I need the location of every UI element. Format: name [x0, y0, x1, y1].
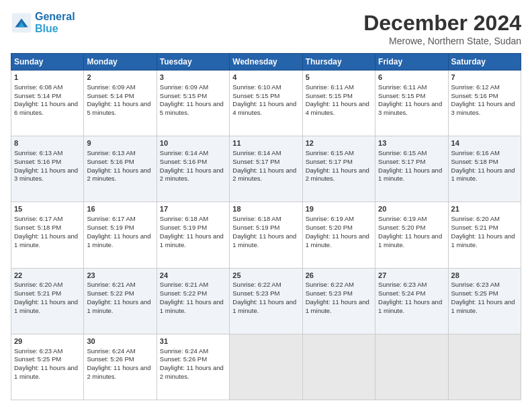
sunset-text: Sunset: 5:17 PM — [378, 158, 425, 165]
day-number: 19 — [306, 204, 372, 214]
sunset-text: Sunset: 5:16 PM — [87, 158, 134, 165]
sunrise-text: Sunrise: 6:23 AM — [378, 281, 427, 288]
calendar-cell: 3Sunrise: 6:09 AMSunset: 5:15 PMDaylight… — [157, 71, 229, 136]
daylight-text: Daylight: 11 hours and 1 minute. — [87, 232, 150, 248]
daylight-text: Daylight: 11 hours and 2 minutes. — [87, 364, 150, 380]
sunrise-text: Sunrise: 6:15 AM — [306, 149, 354, 156]
calendar-week-row: 8Sunrise: 6:13 AMSunset: 5:16 PMDaylight… — [11, 136, 521, 202]
sunrise-text: Sunrise: 6:18 AM — [160, 215, 208, 222]
sunset-text: Sunset: 5:23 PM — [232, 289, 279, 297]
calendar-cell: 5Sunrise: 6:11 AMSunset: 5:15 PMDaylight… — [302, 71, 375, 136]
daylight-text: Daylight: 11 hours and 1 minute. — [14, 232, 78, 248]
sunrise-text: Sunrise: 6:09 AM — [87, 83, 135, 91]
calendar-day-header: Sunday — [11, 54, 84, 71]
calendar-cell: 6Sunrise: 6:11 AMSunset: 5:15 PMDaylight… — [375, 71, 448, 136]
sunset-text: Sunset: 5:20 PM — [306, 224, 353, 231]
day-number: 18 — [232, 204, 299, 214]
daylight-text: Daylight: 11 hours and 2 minutes. — [160, 167, 224, 183]
sunrise-text: Sunrise: 6:23 AM — [451, 281, 500, 288]
sunrise-text: Sunrise: 6:17 AM — [14, 215, 62, 222]
day-number: 27 — [378, 271, 445, 281]
logo-text: General Blue — [35, 11, 75, 34]
calendar-cell: 11Sunrise: 6:14 AMSunset: 5:17 PMDayligh… — [230, 136, 302, 202]
sunset-text: Sunset: 5:17 PM — [232, 158, 279, 165]
sunset-text: Sunset: 5:15 PM — [378, 92, 425, 99]
sunrise-text: Sunrise: 6:14 AM — [160, 149, 208, 156]
daylight-text: Daylight: 11 hours and 1 minute. — [451, 167, 515, 183]
calendar-week-row: 1Sunrise: 6:08 AMSunset: 5:14 PMDaylight… — [11, 71, 521, 136]
calendar-day-header: Monday — [84, 54, 157, 71]
calendar-cell: 27Sunrise: 6:23 AMSunset: 5:24 PMDayligh… — [375, 268, 448, 334]
sunrise-text: Sunrise: 6:08 AM — [14, 83, 62, 91]
sunrise-text: Sunrise: 6:24 AM — [160, 347, 208, 355]
sunrise-text: Sunrise: 6:10 AM — [232, 83, 281, 91]
day-number: 11 — [232, 138, 299, 148]
day-number: 24 — [160, 271, 226, 281]
daylight-text: Daylight: 11 hours and 1 minute. — [232, 232, 296, 248]
sunset-text: Sunset: 5:16 PM — [451, 92, 498, 99]
sunset-text: Sunset: 5:15 PM — [306, 92, 353, 99]
calendar-cell: 14Sunrise: 6:16 AMSunset: 5:18 PMDayligh… — [448, 136, 521, 202]
calendar-day-header: Tuesday — [157, 54, 229, 71]
calendar-cell: 28Sunrise: 6:23 AMSunset: 5:25 PMDayligh… — [448, 268, 521, 334]
calendar-cell: 15Sunrise: 6:17 AMSunset: 5:18 PMDayligh… — [11, 202, 84, 268]
daylight-text: Daylight: 11 hours and 1 minute. — [306, 232, 369, 248]
calendar-day-header: Saturday — [448, 54, 521, 71]
daylight-text: Daylight: 11 hours and 1 minute. — [306, 298, 369, 314]
page: General Blue December 2024 Merowe, North… — [0, 0, 532, 411]
day-number: 5 — [306, 73, 372, 83]
sunrise-text: Sunrise: 6:20 AM — [451, 215, 500, 222]
calendar-cell: 13Sunrise: 6:15 AMSunset: 5:17 PMDayligh… — [375, 136, 448, 202]
daylight-text: Daylight: 11 hours and 1 minute. — [451, 232, 515, 248]
daylight-text: Daylight: 11 hours and 2 minutes. — [232, 167, 296, 183]
main-title: December 2024 — [363, 11, 521, 36]
daylight-text: Daylight: 11 hours and 5 minutes. — [87, 100, 150, 116]
logo: General Blue — [11, 11, 75, 34]
sunset-text: Sunset: 5:16 PM — [14, 158, 61, 165]
day-number: 4 — [232, 73, 299, 83]
calendar-cell: 12Sunrise: 6:15 AMSunset: 5:17 PMDayligh… — [302, 136, 375, 202]
logo-icon — [11, 12, 32, 34]
day-number: 22 — [14, 271, 81, 281]
sunrise-text: Sunrise: 6:21 AM — [87, 281, 135, 288]
calendar-cell — [375, 334, 448, 400]
day-number: 6 — [378, 73, 445, 83]
sunset-text: Sunset: 5:19 PM — [87, 224, 134, 231]
sunset-text: Sunset: 5:23 PM — [306, 289, 353, 297]
daylight-text: Daylight: 11 hours and 1 minute. — [378, 232, 442, 248]
sunrise-text: Sunrise: 6:16 AM — [451, 149, 500, 156]
sunrise-text: Sunrise: 6:12 AM — [451, 83, 500, 91]
daylight-text: Daylight: 11 hours and 3 minutes. — [378, 100, 442, 116]
header: General Blue December 2024 Merowe, North… — [11, 11, 521, 46]
calendar-cell: 21Sunrise: 6:20 AMSunset: 5:21 PMDayligh… — [448, 202, 521, 268]
sunrise-text: Sunrise: 6:13 AM — [87, 149, 135, 156]
calendar-cell: 8Sunrise: 6:13 AMSunset: 5:16 PMDaylight… — [11, 136, 84, 202]
sunset-text: Sunset: 5:15 PM — [232, 92, 279, 99]
day-number: 8 — [14, 138, 81, 148]
sunrise-text: Sunrise: 6:17 AM — [87, 215, 135, 222]
calendar-cell: 23Sunrise: 6:21 AMSunset: 5:22 PMDayligh… — [84, 268, 157, 334]
sunrise-text: Sunrise: 6:14 AM — [232, 149, 281, 156]
sunrise-text: Sunrise: 6:24 AM — [87, 347, 135, 355]
calendar-cell — [448, 334, 521, 400]
day-number: 16 — [87, 204, 153, 214]
calendar-day-header: Thursday — [302, 54, 375, 71]
day-number: 12 — [306, 138, 372, 148]
sunrise-text: Sunrise: 6:21 AM — [160, 281, 208, 288]
day-number: 29 — [14, 336, 81, 347]
calendar-table: SundayMondayTuesdayWednesdayThursdayFrid… — [11, 53, 521, 400]
daylight-text: Daylight: 11 hours and 3 minutes. — [451, 100, 515, 116]
calendar-cell — [302, 334, 375, 400]
daylight-text: Daylight: 11 hours and 1 minute. — [160, 298, 224, 314]
sunset-text: Sunset: 5:19 PM — [232, 224, 279, 231]
sunset-text: Sunset: 5:16 PM — [160, 158, 207, 165]
day-number: 28 — [451, 271, 518, 281]
sunset-text: Sunset: 5:26 PM — [87, 355, 134, 363]
calendar-cell: 29Sunrise: 6:23 AMSunset: 5:25 PMDayligh… — [11, 334, 84, 400]
daylight-text: Daylight: 11 hours and 1 minute. — [160, 232, 224, 248]
sunrise-text: Sunrise: 6:11 AM — [306, 83, 354, 91]
calendar-cell: 10Sunrise: 6:14 AMSunset: 5:16 PMDayligh… — [157, 136, 229, 202]
sunrise-text: Sunrise: 6:19 AM — [378, 215, 427, 222]
calendar-cell: 20Sunrise: 6:19 AMSunset: 5:20 PMDayligh… — [375, 202, 448, 268]
day-number: 13 — [378, 138, 445, 148]
